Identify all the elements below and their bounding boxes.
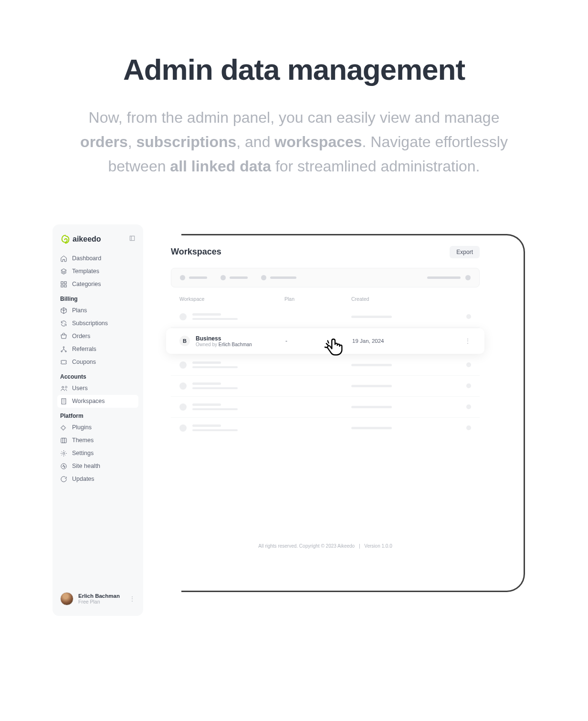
column-workspace: Workspace xyxy=(179,296,284,302)
svg-point-10 xyxy=(63,452,65,454)
grid-icon xyxy=(60,281,67,288)
workspace-name: Business xyxy=(196,335,285,342)
sidebar-item-users[interactable]: Users xyxy=(57,382,138,395)
export-button[interactable]: Export xyxy=(450,246,480,258)
user-avatar[interactable] xyxy=(60,592,74,605)
sidebar-item-label: Themes xyxy=(72,437,94,444)
sidebar-item-categories[interactable]: Categories xyxy=(57,278,138,291)
page-headline: Admin data management xyxy=(57,53,531,86)
page-title: Workspaces xyxy=(171,247,221,257)
row-more-icon[interactable]: ⋮ xyxy=(464,337,471,345)
workspace-created: 19 Jan, 2024 xyxy=(352,338,464,344)
table-row-highlighted[interactable]: B Business Owned by Erlich Bachman - 19 … xyxy=(166,329,484,354)
sidebar-item-coupons[interactable]: Coupons xyxy=(57,356,138,369)
footer-version: Version 1.0.0 xyxy=(364,543,392,549)
sidebar-item-templates[interactable]: Templates xyxy=(57,265,138,278)
sidebar: aikeedo Dashboard Templates Categories xyxy=(52,224,143,616)
sidebar-item-subscriptions[interactable]: Subscriptions xyxy=(57,317,138,330)
filter-chip[interactable] xyxy=(220,275,248,280)
sidebar-item-label: Users xyxy=(72,385,88,392)
sidebar-item-label: Settings xyxy=(72,450,94,456)
table-row[interactable] xyxy=(171,418,480,438)
user-menu-more-icon[interactable]: ⋮ xyxy=(129,595,136,603)
refresh-icon xyxy=(60,320,67,327)
layers-icon xyxy=(60,268,67,275)
svg-point-4 xyxy=(63,346,64,348)
gear-icon xyxy=(60,450,67,457)
sidebar-item-label: Orders xyxy=(72,333,90,339)
footer-copyright: All rights reserved. Copyright © 2023 Ai… xyxy=(258,543,355,549)
column-plan: Plan xyxy=(284,296,351,302)
sidebar-item-label: Coupons xyxy=(72,359,96,365)
svg-rect-0 xyxy=(61,281,63,283)
svg-point-5 xyxy=(61,350,63,352)
sidebar-item-label: Updates xyxy=(72,476,94,482)
sidebar-item-label: Templates xyxy=(72,268,99,275)
svg-rect-9 xyxy=(61,438,66,443)
activity-icon xyxy=(60,463,67,470)
sidebar-item-label: Plugins xyxy=(72,424,92,431)
sidebar-item-plugins[interactable]: Plugins xyxy=(57,421,138,434)
svg-rect-3 xyxy=(64,285,66,286)
sidebar-item-label: Site health xyxy=(72,463,100,469)
table-header: Workspace Plan Created xyxy=(171,296,480,307)
sidebar-item-label: Dashboard xyxy=(72,255,101,262)
filter-right[interactable] xyxy=(427,275,471,280)
svg-point-6 xyxy=(65,350,67,352)
brand-logo-icon xyxy=(60,234,71,244)
columns-icon xyxy=(60,437,67,444)
building-icon xyxy=(60,398,67,405)
user-name: Erlich Bachman xyxy=(78,593,124,599)
svg-rect-8 xyxy=(62,398,66,403)
box-icon xyxy=(60,307,67,314)
sidebar-item-label: Categories xyxy=(72,281,101,287)
sidebar-item-label: Referrals xyxy=(72,346,96,352)
stacked-boxes-icon xyxy=(60,333,67,340)
puzzle-icon xyxy=(60,424,67,431)
table-row[interactable] xyxy=(171,397,480,418)
column-created: Created xyxy=(351,296,471,302)
home-icon xyxy=(60,255,67,262)
sidebar-section-billing: Billing xyxy=(57,292,138,304)
brand-logo[interactable]: aikeedo xyxy=(60,234,101,244)
sidebar-item-label: Subscriptions xyxy=(72,320,108,327)
brand-name: aikeedo xyxy=(73,235,101,244)
page-subtext: Now, from the admin panel, you can easil… xyxy=(79,106,509,179)
sidebar-item-orders[interactable]: Orders xyxy=(57,330,138,343)
footer: All rights reserved. Copyright © 2023 Ai… xyxy=(171,543,480,549)
workspace-plan: - xyxy=(285,338,352,344)
table-row[interactable] xyxy=(171,376,480,397)
workspace-owner: Owned by Erlich Bachman xyxy=(196,342,285,347)
rotate-icon xyxy=(60,476,67,483)
svg-rect-2 xyxy=(61,285,63,286)
table-row[interactable] xyxy=(171,307,480,328)
sidebar-item-label: Workspaces xyxy=(72,398,105,404)
sidebar-item-workspaces[interactable]: Workspaces xyxy=(57,395,138,408)
sidebar-section-platform: Platform xyxy=(57,409,138,421)
sidebar-item-themes[interactable]: Themes xyxy=(57,434,138,447)
sidebar-item-label: Plans xyxy=(72,307,87,314)
sidebar-item-settings[interactable]: Settings xyxy=(57,447,138,460)
filter-bar xyxy=(171,268,480,287)
sidebar-collapse-icon[interactable] xyxy=(129,235,136,243)
user-plan: Free Plan xyxy=(78,599,124,604)
workspace-avatar: B xyxy=(179,336,190,346)
users-icon xyxy=(60,385,67,392)
sidebar-item-plans[interactable]: Plans xyxy=(57,304,138,317)
sidebar-section-accounts: Accounts xyxy=(57,370,138,382)
ticket-icon xyxy=(60,359,67,366)
svg-rect-1 xyxy=(64,281,66,283)
filter-chip[interactable] xyxy=(180,275,207,280)
filter-chip[interactable] xyxy=(261,275,296,280)
network-icon xyxy=(60,346,67,353)
sidebar-item-sitehealth[interactable]: Site health xyxy=(57,460,138,473)
sidebar-item-dashboard[interactable]: Dashboard xyxy=(57,252,138,265)
svg-point-7 xyxy=(62,386,64,388)
sidebar-item-referrals[interactable]: Referrals xyxy=(57,343,138,356)
sidebar-item-updates[interactable]: Updates xyxy=(57,473,138,486)
table-row[interactable] xyxy=(171,355,480,376)
